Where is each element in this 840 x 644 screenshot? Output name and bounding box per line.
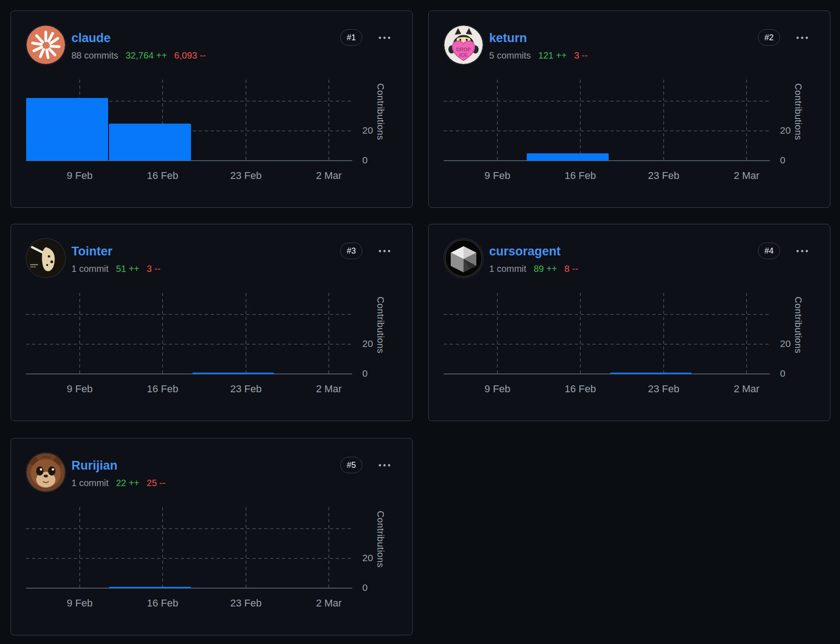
kebab-menu-icon[interactable] bbox=[796, 247, 809, 255]
contributor-card: cursoragent 1 commit 89 ++ 8 -- #4 9 Feb… bbox=[428, 224, 830, 421]
contributor-card: DROP ICE keturn 5 commits 121 ++ 3 -- #2… bbox=[428, 11, 830, 208]
y-gridline bbox=[26, 528, 352, 529]
contribution-bar[interactable] bbox=[26, 98, 108, 161]
rurijian-avatar[interactable] bbox=[27, 453, 65, 492]
kebab-menu-icon[interactable] bbox=[378, 247, 391, 255]
x-gridline bbox=[580, 80, 581, 161]
x-tick-label: 9 Feb bbox=[461, 383, 534, 395]
contributions-chart: 9 Feb16 Feb23 Feb2 Mar200Contributions bbox=[26, 498, 352, 588]
contribution-bar[interactable] bbox=[610, 373, 692, 374]
contributor-username-link[interactable]: Rurijian bbox=[71, 459, 118, 473]
contributor-stats: 1 commit 51 ++ 3 -- bbox=[71, 264, 160, 274]
x-tick-label: 2 Mar bbox=[292, 597, 365, 609]
x-gridline bbox=[328, 293, 329, 374]
cursor-cube-logo-icon bbox=[444, 239, 483, 277]
x-gridline bbox=[245, 507, 246, 588]
x-gridline bbox=[162, 293, 163, 374]
rank-badge: #5 bbox=[340, 457, 362, 473]
x-tick-label: 16 Feb bbox=[126, 383, 199, 395]
commit-count: 1 commit bbox=[71, 264, 109, 274]
y-gridline bbox=[444, 344, 770, 345]
contributor-stats: 1 commit 22 ++ 25 -- bbox=[71, 478, 165, 488]
y-axis-title: Contributions bbox=[375, 297, 386, 381]
kebab-menu-icon[interactable] bbox=[378, 461, 391, 469]
y-gridline bbox=[444, 314, 770, 315]
chipmunk-face-icon bbox=[27, 453, 65, 492]
y-axis-title: Contributions bbox=[375, 511, 386, 595]
contribution-bar[interactable] bbox=[527, 153, 609, 161]
x-gridline bbox=[328, 80, 329, 161]
x-tick-label: 9 Feb bbox=[461, 170, 534, 182]
x-gridline bbox=[245, 80, 246, 161]
svg-text:DROP: DROP bbox=[456, 47, 471, 52]
y-tick-label: 0 bbox=[780, 368, 785, 379]
kebab-menu-icon[interactable] bbox=[378, 34, 391, 42]
rank-badge: #1 bbox=[340, 29, 362, 46]
contribution-bar[interactable] bbox=[109, 587, 191, 588]
commit-count: 5 commits bbox=[489, 50, 531, 61]
svg-text:ICE: ICE bbox=[459, 52, 468, 58]
y-axis-title: Contributions bbox=[793, 297, 803, 381]
x-gridline bbox=[497, 80, 498, 161]
deletions-count: 3 -- bbox=[574, 50, 588, 61]
x-gridline bbox=[162, 507, 163, 588]
tointer-avatar[interactable] bbox=[27, 239, 65, 277]
claude-avatar[interactable] bbox=[27, 26, 65, 64]
contributions-chart: 9 Feb16 Feb23 Feb2 Mar200Contributions bbox=[26, 70, 352, 161]
x-tick-label: 2 Mar bbox=[292, 170, 365, 182]
x-tick-label: 2 Mar bbox=[292, 383, 365, 395]
deletions-count: 6,093 -- bbox=[174, 50, 206, 61]
y-tick-label: 0 bbox=[780, 155, 785, 166]
y-tick-label: 0 bbox=[362, 155, 368, 166]
additions-count: 51 ++ bbox=[116, 264, 139, 274]
y-gridline bbox=[26, 558, 352, 559]
y-axis-title: Contributions bbox=[375, 83, 386, 168]
rank-badge: #3 bbox=[340, 243, 362, 259]
rank-badge: #4 bbox=[758, 243, 780, 259]
additions-count: 121 ++ bbox=[538, 50, 567, 61]
contributor-username-link[interactable]: Tointer bbox=[71, 244, 113, 259]
cursoragent-avatar[interactable] bbox=[444, 239, 483, 277]
keturn-avatar[interactable]: DROP ICE bbox=[444, 26, 483, 64]
contributions-chart: 9 Feb16 Feb23 Feb2 Mar200Contributions bbox=[444, 70, 770, 161]
x-gridline bbox=[663, 80, 664, 161]
x-gridline bbox=[245, 293, 246, 374]
contributions-chart: 9 Feb16 Feb23 Feb2 Mar200Contributions bbox=[444, 284, 770, 374]
deletions-count: 8 -- bbox=[564, 264, 578, 274]
y-tick-label: 0 bbox=[362, 368, 368, 379]
x-gridline bbox=[79, 293, 80, 374]
x-tick-label: 2 Mar bbox=[710, 170, 783, 182]
contributor-stats: 88 commits 32,764 ++ 6,093 -- bbox=[71, 50, 206, 61]
x-tick-label: 16 Feb bbox=[126, 597, 199, 609]
y-tick-label: 0 bbox=[362, 582, 368, 593]
kebab-menu-icon[interactable] bbox=[796, 34, 809, 42]
octocat-heart-icon: DROP ICE bbox=[444, 26, 483, 64]
contribution-bar[interactable] bbox=[109, 124, 191, 161]
x-gridline bbox=[328, 507, 329, 588]
y-tick-label: 20 bbox=[780, 338, 791, 349]
dark-photo-avatar-icon bbox=[27, 239, 65, 277]
x-gridline bbox=[580, 293, 581, 374]
y-gridline bbox=[26, 344, 352, 345]
x-tick-label: 9 Feb bbox=[43, 597, 116, 609]
x-tick-label: 16 Feb bbox=[544, 170, 617, 182]
claude-starburst-logo-icon bbox=[27, 26, 65, 64]
y-tick-label: 20 bbox=[362, 125, 373, 136]
x-tick-label: 16 Feb bbox=[544, 383, 617, 395]
x-tick-label: 9 Feb bbox=[43, 383, 116, 395]
y-gridline bbox=[444, 130, 770, 131]
contributor-username-link[interactable]: cursoragent bbox=[489, 244, 561, 259]
contributor-card: claude 88 commits 32,764 ++ 6,093 -- #1 … bbox=[11, 11, 413, 208]
contributor-card: Tointer 1 commit 51 ++ 3 -- #3 9 Feb16 F… bbox=[11, 224, 413, 421]
contributor-stats: 1 commit 89 ++ 8 -- bbox=[489, 264, 578, 274]
y-tick-label: 20 bbox=[362, 338, 373, 349]
contribution-bar[interactable] bbox=[192, 373, 274, 374]
contributor-username-link[interactable]: keturn bbox=[489, 31, 527, 45]
x-tick-label: 23 Feb bbox=[209, 597, 283, 609]
x-gridline bbox=[746, 293, 747, 374]
contributor-username-link[interactable]: claude bbox=[71, 31, 111, 45]
y-tick-label: 20 bbox=[780, 125, 791, 136]
deletions-count: 25 -- bbox=[147, 478, 165, 488]
rank-badge: #2 bbox=[758, 29, 780, 46]
y-tick-label: 20 bbox=[362, 552, 373, 563]
